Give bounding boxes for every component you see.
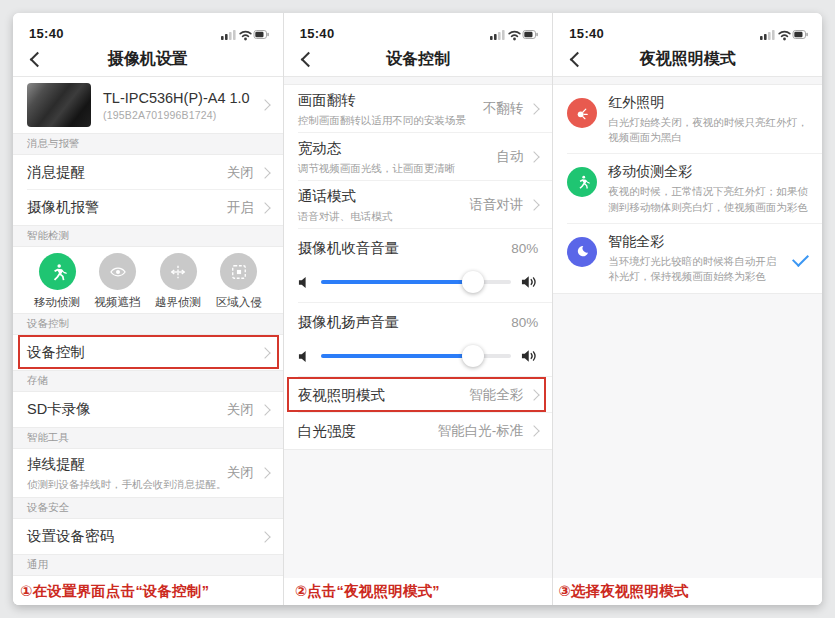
caption-step3: ③选择夜视照明模式 (553, 578, 822, 605)
row-offline-alert[interactable]: 掉线提醒 侦测到设备掉线时，手机会收到消息提醒。 关闭 (13, 449, 283, 497)
option-title: 智能全彩 (608, 233, 785, 251)
option-desc: 白光灯始终关闭，夜视的时候只亮红外灯，视频画面为黑白 (608, 115, 808, 145)
camera-serial: (195B2A701996B1724) (103, 109, 254, 121)
line-crossing-icon (160, 253, 197, 290)
row-value: 语音对讲 (469, 196, 523, 214)
row-label: 画面翻转 (298, 91, 483, 110)
row-label: 摄像机扬声音量 (298, 313, 400, 332)
detect-label: 区域入侵 (216, 295, 262, 310)
nav-bar: 摄像机设置 (13, 43, 283, 77)
option-text: 智能全彩 当环境灯光比较暗的时候将自动开启补光灯，保持视频画面始终为彩色 (608, 233, 785, 284)
row-label: 设备控制 (27, 343, 85, 362)
caption-text: ②点击“夜视照明模式” (295, 582, 440, 601)
section-label: 设备控制 (27, 317, 69, 331)
status-icons (490, 28, 538, 41)
option-smart-fullcolor[interactable]: 智能全彩 当环境灯光比较暗的时候将自动开启补光灯，保持视频画面始终为彩色 (553, 224, 822, 293)
speaker-volume-slider[interactable] (321, 345, 512, 367)
row-value: 开启 (227, 199, 254, 217)
volume-percent: 80% (511, 315, 538, 330)
row-text: 宽动态 调节视频画面光线，让画面更清晰 (298, 139, 497, 175)
status-time: 15:40 (569, 26, 604, 41)
chevron-right-icon (259, 404, 270, 415)
option-desc: 夜视的时候，正常情况下亮红外灯；如果侦测到移动物体则亮白灯，使视频画面为彩色 (608, 184, 808, 214)
back-icon[interactable] (25, 49, 47, 71)
chevron-right-icon (259, 531, 270, 542)
row-image-flip[interactable]: 画面翻转 控制画面翻转以适用不同的安装场景 不翻转 (284, 85, 553, 133)
moon-icon (567, 237, 597, 267)
offline-alert-text: 掉线提醒 侦测到设备掉线时，手机会收到消息提醒。 (27, 455, 227, 491)
option-motion-fullcolor[interactable]: 移动侦测全彩 夜视的时候，正常情况下亮红外灯；如果侦测到移动物体则亮白灯，使视频… (553, 154, 822, 223)
row-white-light-strength[interactable]: 白光强度 智能白光-标准 (284, 413, 553, 449)
signal-wifi-battery-icon (760, 28, 808, 41)
option-infrared[interactable]: 红外照明 白光灯始终关闭，夜视的时候只亮红外灯，视频画面为黑白 (553, 85, 822, 154)
camera-info-row[interactable]: TL-IPC536H(P)-A4 1.0 (195B2A701996B1724) (13, 77, 283, 133)
section-label: 智能工具 (27, 431, 69, 445)
chevron-right-icon (529, 199, 540, 210)
row-value: 智能全彩 (469, 386, 523, 404)
chevron-right-icon (529, 425, 540, 436)
row-label: 摄像机收音音量 (298, 239, 400, 258)
screen-camera-settings: 15:40 摄像机设置 (13, 13, 283, 605)
nav-bar: 设备控制 (284, 43, 553, 77)
row-sd-recording[interactable]: SD卡录像 关闭 (13, 392, 283, 427)
section-label: 通用 (27, 558, 48, 572)
status-icons (221, 28, 269, 41)
camera-thumbnail (27, 83, 91, 127)
row-subtitle: 调节视频画面光线，让画面更清晰 (298, 161, 497, 175)
row-value: 自动 (496, 148, 523, 166)
option-title: 红外照明 (608, 94, 808, 112)
section-smart-tools: 智能工具 (13, 427, 283, 449)
row-message-alerts[interactable]: 消息提醒 关闭 (13, 155, 283, 190)
row-label: 消息提醒 (27, 163, 85, 182)
back-icon[interactable] (296, 49, 318, 71)
section-storage: 存储 (13, 370, 283, 392)
mic-volume-slider[interactable] (321, 271, 512, 293)
detect-video-block[interactable]: 视频遮挡 (90, 253, 146, 313)
chevron-right-icon (259, 347, 270, 358)
chevron-right-icon (259, 467, 270, 478)
status-time: 15:40 (29, 26, 64, 41)
status-bar: 15:40 (553, 13, 822, 43)
speaker-low-icon (298, 350, 311, 363)
row-value: 不翻转 (483, 100, 524, 118)
status-time: 15:40 (300, 26, 335, 41)
back-icon[interactable] (565, 49, 587, 71)
row-night-vision-mode[interactable]: 夜视照明模式 智能全彩 (284, 377, 553, 413)
detect-motion[interactable]: 移动侦测 (29, 253, 85, 313)
nav-bar: 夜视照明模式 (553, 43, 822, 77)
row-camera-alarm[interactable]: 摄像机报警 开启 (13, 190, 283, 225)
row-text: 通话模式 语音对讲、电话模式 (298, 187, 470, 223)
video-occlusion-icon (99, 253, 136, 290)
row-label: 摄像机报警 (27, 198, 100, 217)
row-value: 关闭 (227, 164, 254, 182)
slider-fill (321, 354, 474, 358)
speaker-loud-icon (521, 275, 538, 289)
row-label: SD卡录像 (27, 400, 91, 419)
section-messages: 消息与报警 (13, 133, 283, 155)
option-text: 红外照明 白光灯始终关闭，夜视的时候只亮红外灯，视频画面为黑白 (608, 94, 808, 145)
row-wdr[interactable]: 宽动态 调节视频画面光线，让画面更清晰 自动 (284, 133, 553, 181)
page-title: 设备控制 (386, 49, 450, 70)
caption-step1: ①在设置界面点击“设备控制” (13, 578, 283, 605)
motion-runner-icon (567, 167, 597, 197)
row-device-control[interactable]: 设备控制 (13, 335, 283, 370)
chevron-right-icon (259, 167, 270, 178)
row-set-password[interactable]: 设置设备密码 (13, 519, 283, 554)
slider-thumb[interactable] (462, 345, 484, 367)
row-text: 画面翻转 控制画面翻转以适用不同的安装场景 (298, 91, 483, 127)
row-talk-mode[interactable]: 通话模式 语音对讲、电话模式 语音对讲 (284, 181, 553, 229)
speaker-loud-icon (521, 349, 538, 363)
slider-thumb[interactable] (462, 271, 484, 293)
row-label: 设置设备密码 (27, 527, 114, 546)
camera-info: TL-IPC536H(P)-A4 1.0 (195B2A701996B1724) (103, 90, 254, 121)
detect-area-intrusion[interactable]: 区域入侵 (211, 253, 267, 313)
area-intrusion-icon (220, 253, 257, 290)
row-subtitle: 控制画面翻转以适用不同的安装场景 (298, 113, 483, 127)
caption-step2: ②点击“夜视照明模式” (284, 578, 553, 605)
row-value: 关闭 (227, 401, 254, 419)
detect-line-cross[interactable]: 越界侦测 (150, 253, 206, 313)
section-label: 消息与报警 (27, 137, 80, 151)
section-label: 存储 (27, 374, 48, 388)
mic-volume-slider-row (284, 261, 553, 303)
row-value: 智能白光-标准 (438, 422, 524, 440)
